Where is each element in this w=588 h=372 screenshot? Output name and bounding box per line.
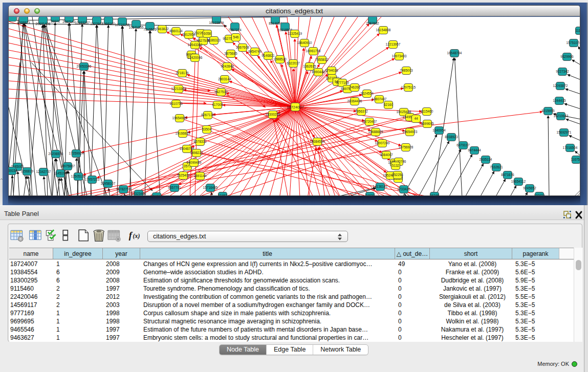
svg-text:2718176: 2718176 (176, 71, 189, 75)
svg-text:12505135: 12505135 (71, 174, 86, 178)
svg-text:7625402: 7625402 (177, 173, 190, 177)
svg-text:252254: 252254 (392, 173, 403, 177)
svg-text:1733426: 1733426 (397, 187, 410, 191)
svg-text:6879197: 6879197 (456, 143, 470, 147)
svg-text:1640954: 1640954 (432, 128, 446, 132)
svg-text:18907249: 18907249 (375, 141, 390, 145)
svg-text:8215955: 8215955 (541, 109, 555, 113)
svg-text:9329966: 9329966 (560, 55, 574, 58)
svg-text:8660124: 8660124 (169, 29, 183, 33)
svg-text:1588520: 1588520 (273, 57, 287, 61)
svg-text:10719155: 10719155 (115, 23, 130, 27)
svg-text:939154: 939154 (9, 169, 17, 172)
svg-text:546: 546 (233, 35, 239, 39)
svg-text:8578331: 8578331 (193, 140, 207, 143)
svg-text:2097141: 2097141 (62, 20, 76, 24)
svg-text:10756928: 10756928 (399, 145, 413, 149)
svg-text:116753: 116753 (571, 158, 580, 161)
svg-text:17957223: 17957223 (85, 178, 100, 181)
svg-text:22420046: 22420046 (188, 56, 203, 59)
svg-text:1145194: 1145194 (54, 171, 67, 175)
svg-text:6794028: 6794028 (325, 69, 338, 72)
svg-text:10975867: 10975867 (60, 164, 75, 168)
svg-text:16210643: 16210643 (554, 114, 569, 118)
svg-text:2087682: 2087682 (366, 21, 379, 25)
svg-text:15720407: 15720407 (362, 120, 377, 123)
svg-text:16782759: 16782759 (116, 187, 131, 191)
svg-text:18724007: 18724007 (287, 105, 303, 110)
svg-text:9657791: 9657791 (168, 186, 181, 189)
svg-text:16154808: 16154808 (376, 28, 391, 32)
svg-text:8186323: 8186323 (207, 38, 221, 42)
svg-text:19384554: 19384554 (310, 140, 325, 143)
svg-text:7857224: 7857224 (228, 28, 242, 32)
svg-text:11124: 11124 (575, 29, 580, 32)
svg-text:1244415: 1244415 (553, 99, 566, 102)
svg-text:10462: 10462 (218, 194, 227, 196)
svg-text:9242848: 9242848 (221, 64, 234, 68)
svg-text:15692971: 15692971 (557, 130, 572, 134)
svg-text:7632621: 7632621 (490, 165, 503, 169)
svg-text:3084067: 3084067 (380, 153, 393, 157)
svg-text:2935114: 2935114 (480, 158, 492, 161)
svg-text:8471676: 8471676 (501, 173, 514, 177)
svg-text:62160: 62160 (384, 103, 393, 106)
svg-text:924505: 924505 (151, 194, 162, 196)
svg-text:18640910: 18640910 (297, 41, 312, 45)
svg-text:1691144: 1691144 (194, 174, 207, 178)
svg-text:9474444: 9474444 (468, 148, 481, 152)
svg-text:8267130: 8267130 (201, 113, 214, 117)
svg-text:7956372: 7956372 (355, 110, 368, 113)
svg-text:10958107: 10958107 (101, 182, 116, 185)
svg-text:10653267: 10653267 (75, 21, 90, 25)
svg-text:9427512: 9427512 (214, 90, 228, 94)
svg-text:1362615: 1362615 (303, 64, 316, 68)
svg-text:8813054: 8813054 (269, 21, 282, 25)
svg-text:5132: 5132 (392, 164, 400, 167)
svg-text:8454749: 8454749 (248, 50, 262, 53)
svg-text:20053346: 20053346 (77, 64, 92, 68)
svg-text:10671355: 10671355 (129, 26, 144, 29)
svg-text:9227342: 9227342 (556, 70, 569, 73)
svg-text:3875685: 3875685 (224, 52, 237, 55)
svg-text:15751074: 15751074 (567, 41, 580, 45)
svg-text:44: 44 (414, 117, 418, 120)
svg-text:417006: 417006 (212, 103, 223, 106)
svg-text:10654112: 10654112 (511, 180, 526, 183)
svg-text:3624554: 3624554 (360, 92, 374, 95)
svg-text:1610755: 1610755 (169, 102, 183, 105)
svg-text:6466160: 6466160 (102, 22, 115, 26)
svg-text:20206576: 20206576 (49, 152, 63, 156)
svg-text:4035573: 4035573 (17, 21, 30, 25)
svg-text:84629: 84629 (365, 194, 375, 196)
svg-text:12342737: 12342737 (36, 170, 51, 173)
svg-text:100924: 100924 (534, 194, 545, 196)
svg-text:10973493: 10973493 (392, 54, 407, 58)
svg-text:9777169: 9777169 (336, 81, 349, 84)
svg-text:7485003: 7485003 (400, 69, 413, 72)
svg-text:7955812: 7955812 (315, 58, 329, 61)
svg-text:10543362: 10543362 (188, 43, 203, 47)
svg-text:(x): (x) (133, 232, 140, 239)
svg-text:16033809: 16033809 (209, 21, 224, 25)
svg-text:9699695: 9699695 (421, 122, 434, 125)
svg-text:19166825: 19166825 (176, 132, 190, 135)
svg-text:11325419: 11325419 (288, 32, 302, 35)
svg-text:f: f (129, 230, 133, 240)
svg-text:8990448: 8990448 (312, 70, 325, 74)
svg-text:19654985: 19654985 (172, 116, 187, 120)
svg-text:8938923: 8938923 (445, 135, 458, 139)
svg-text:15716485: 15716485 (203, 186, 218, 189)
svg-text:20364436: 20364436 (347, 99, 362, 103)
svg-text:6058: 6058 (204, 32, 211, 35)
svg-text:18300295: 18300295 (266, 113, 280, 116)
svg-text:3912954: 3912954 (182, 33, 195, 36)
svg-text:12213363: 12213363 (171, 87, 186, 91)
svg-text:10807487: 10807487 (372, 97, 387, 101)
svg-text:20691406: 20691406 (36, 22, 51, 26)
svg-text:2367608: 2367608 (236, 46, 249, 49)
svg-text:14099489: 14099489 (187, 161, 202, 164)
svg-text:1527602: 1527602 (90, 22, 103, 26)
svg-text:10688609: 10688609 (368, 130, 383, 134)
svg-text:746266: 746266 (349, 85, 360, 89)
